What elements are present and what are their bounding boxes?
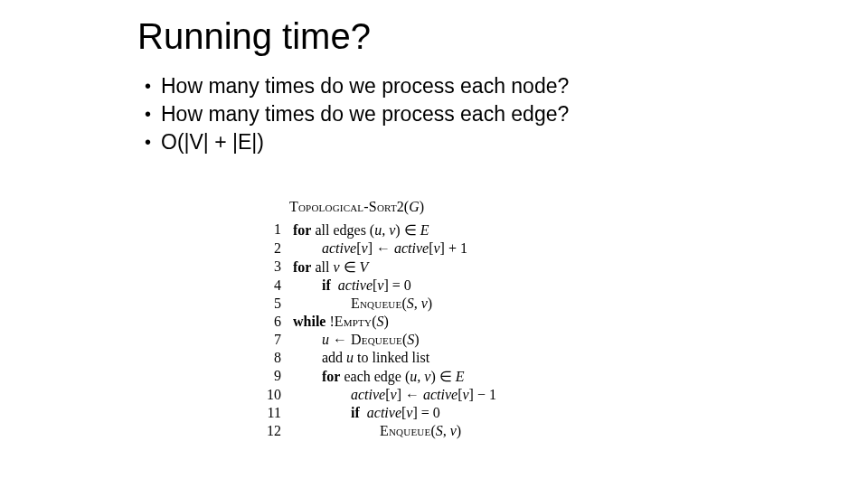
bullet-marker: •	[145, 72, 161, 99]
identifier: active	[351, 387, 385, 402]
line-code: for all edges (u, v) ∈ E	[292, 221, 497, 239]
code-text: ] ←	[397, 387, 423, 402]
bullet-text: How many times do we process each node?	[161, 72, 569, 100]
keyword: for	[293, 259, 311, 275]
code-text	[360, 405, 367, 420]
line-number: 6	[264, 313, 292, 331]
bullet-marker: •	[145, 100, 161, 127]
line-code: Enqueue(S, v)	[292, 295, 497, 313]
identifier: v	[391, 387, 397, 402]
line-number: 5	[264, 295, 292, 313]
identifier: V	[360, 259, 369, 275]
code-text: all edges (	[311, 222, 374, 238]
bullet-text: How many times do we process each edge?	[161, 100, 569, 128]
line-number: 11	[264, 404, 292, 422]
code-text: to linked list	[354, 350, 429, 365]
code-text: ) ∈	[395, 222, 420, 238]
code-text: )	[414, 332, 419, 347]
procedure-name: Empty	[335, 314, 372, 329]
identifier: E	[420, 222, 429, 238]
procedure-name: Enqueue	[380, 423, 430, 438]
code-text: !	[326, 314, 334, 329]
code-text: ] ←	[368, 240, 394, 256]
line-code: add u to linked list	[292, 349, 497, 367]
algorithm-block: Topological-Sort2(G) 1for all edges (u, …	[264, 199, 497, 440]
line-code: Enqueue(S, v)	[292, 422, 497, 440]
bullet-marker: •	[145, 128, 161, 155]
algorithm-line: 1for all edges (u, v) ∈ E	[264, 221, 497, 239]
identifier: S, v	[407, 296, 428, 311]
code-text: ] − 1	[469, 387, 496, 402]
bullet-item: • How many times do we process each edge…	[145, 100, 569, 128]
identifier: v	[463, 387, 469, 402]
algorithm-name-close: )	[420, 199, 424, 214]
slide-title: Running time?	[137, 16, 371, 57]
line-code: for all v ∈ V	[292, 258, 497, 277]
code-text: ∈	[340, 259, 360, 275]
line-code: active[v] ← active[v] − 1	[292, 386, 497, 404]
algorithm-name-arg: G	[409, 199, 420, 214]
algorithm-line: 9 for each edge (u, v) ∈ E	[264, 367, 497, 386]
code-text: ] = 0	[383, 277, 410, 293]
identifier: v	[362, 240, 368, 256]
algorithm-line: 12 Enqueue(S, v)	[264, 422, 497, 440]
identifier: active	[322, 240, 356, 256]
identifier: u	[322, 332, 329, 347]
code-text: add	[322, 350, 346, 365]
keyword: if	[351, 405, 360, 420]
code-text: ←	[329, 332, 351, 347]
algorithm-line: 10 active[v] ← active[v] − 1	[264, 386, 497, 404]
code-text: )	[383, 314, 388, 329]
code-text: ] = 0	[412, 405, 439, 420]
line-code: u ← Dequeue(S)	[292, 331, 497, 349]
identifier: u, v	[374, 222, 395, 238]
slide: Running time? • How many times do we pro…	[0, 0, 868, 488]
algorithm-line: 2 active[v] ← active[v] + 1	[264, 239, 497, 258]
line-number: 8	[264, 349, 292, 367]
keyword: for	[322, 369, 340, 384]
line-number: 7	[264, 331, 292, 349]
identifier: active	[367, 405, 401, 420]
algorithm-line: 8 add u to linked list	[264, 349, 497, 367]
identifier: v	[333, 259, 339, 275]
algorithm-line: 4 if active[v] = 0	[264, 277, 497, 295]
line-number: 12	[264, 422, 292, 440]
identifier: v	[434, 240, 440, 256]
line-code: for each edge (u, v) ∈ E	[292, 367, 497, 386]
line-number: 10	[264, 386, 292, 404]
line-code: while !Empty(S)	[292, 313, 497, 331]
procedure-name: Enqueue	[351, 296, 401, 311]
line-code: if active[v] = 0	[292, 404, 497, 422]
bullet-list: • How many times do we process each node…	[145, 72, 569, 156]
line-number: 4	[264, 277, 292, 295]
code-text: ] + 1	[440, 240, 467, 256]
algorithm-line: 7 u ← Dequeue(S)	[264, 331, 497, 349]
keyword: for	[293, 222, 311, 238]
line-number: 3	[264, 258, 292, 277]
algorithm-line: 3for all v ∈ V	[264, 258, 497, 277]
code-text: each edge (	[340, 369, 410, 384]
line-code: if active[v] = 0	[292, 277, 497, 295]
code-text: )	[457, 423, 461, 438]
line-number: 1	[264, 221, 292, 239]
identifier: E	[456, 369, 465, 384]
procedure-name: Dequeue	[351, 332, 402, 347]
identifier: u	[346, 350, 354, 365]
identifier: u, v	[410, 369, 430, 384]
keyword: while	[293, 314, 326, 329]
algorithm-line: 6while !Empty(S)	[264, 313, 497, 331]
algorithm-line: 11 if active[v] = 0	[264, 404, 497, 422]
keyword: if	[322, 277, 331, 293]
code-text: ) ∈	[430, 369, 455, 384]
code-text	[331, 277, 338, 293]
identifier: active	[394, 240, 429, 256]
line-number: 2	[264, 239, 292, 258]
algorithm-line: 5 Enqueue(S, v)	[264, 295, 497, 313]
line-number: 9	[264, 367, 292, 386]
bullet-text: O(|V| + |E|)	[161, 128, 264, 156]
identifier: active	[423, 387, 458, 402]
algorithm-lines: 1for all edges (u, v) ∈ E2 active[v] ← a…	[264, 221, 497, 440]
algorithm-name-sc: Topological-Sort	[289, 199, 397, 214]
bullet-item: • How many times do we process each node…	[145, 72, 569, 100]
code-text: )	[428, 296, 432, 311]
